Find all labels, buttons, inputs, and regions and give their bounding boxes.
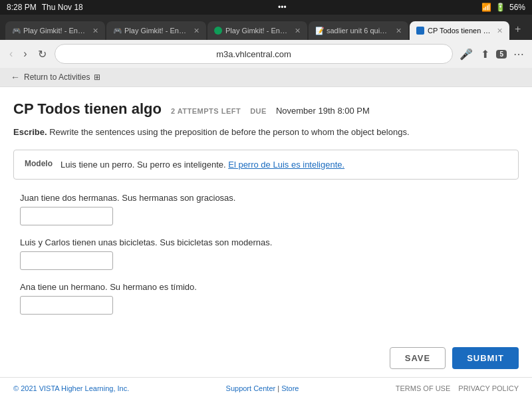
back-button[interactable]: ‹ (7, 47, 15, 61)
tab-4-favicon: 📝 (315, 27, 323, 35)
return-link[interactable]: Return to Activities (24, 72, 90, 82)
tab-4[interactable]: 📝 sadlier unit 6 quizle... ✕ (309, 21, 408, 40)
footer-center: Support Center | Store (226, 384, 299, 392)
dots-icon: ••• (278, 3, 287, 12)
save-button[interactable]: SAVE (390, 347, 446, 369)
tab-1[interactable]: 🎮 Play Gimkit! - Enter... ✕ (5, 21, 105, 40)
return-arrow-icon: ← (11, 72, 20, 82)
battery-percent: 56% (509, 3, 525, 12)
instructions: Escribe. Rewrite the sentences using the… (13, 126, 519, 139)
tab-5[interactable]: CP Todos tienen algo... ✕ (410, 21, 509, 40)
question-2-text: Luis y Carlos tienen unas bicicletas. Su… (20, 237, 519, 247)
microphone-icon[interactable]: 🎤 (458, 47, 474, 62)
question-item-2: Luis y Carlos tienen unas bicicletas. Su… (20, 237, 519, 270)
footer-copyright: © 2021 VISTA Higher Learning, Inc. (13, 384, 129, 392)
tab-5-close[interactable]: ✕ (497, 27, 503, 35)
modelo-content: Luis tiene un perro. Su perro es intelig… (61, 158, 344, 172)
attempts-badge: 2 ATTEMPTS LEFT (171, 107, 241, 115)
buttons-row: SAVE SUBMIT (0, 339, 532, 377)
status-bar: 8:28 PM Thu Nov 18 ••• 📶 🔋 56% (0, 0, 532, 15)
modelo-label: Modelo (25, 159, 53, 168)
browser-chrome: 🎮 Play Gimkit! - Enter... ✕ 🎮 Play Gimki… (0, 15, 532, 40)
modelo-answer: El perro de Luis es inteligente. (228, 160, 344, 170)
return-bar[interactable]: ← Return to Activities ⊞ (0, 68, 532, 87)
tab-2-label: Play Gimkit! - Enter... (124, 27, 188, 35)
tab-4-label: sadlier unit 6 quizle... (327, 27, 390, 35)
new-tab-button[interactable]: + (511, 23, 525, 35)
modelo-sentence: Luis tiene un perro. Su perro es intelig… (61, 160, 226, 170)
tab-2-close[interactable]: ✕ (194, 27, 200, 35)
tab-2-favicon: 🎮 (113, 27, 121, 35)
tabs-bar: 🎮 Play Gimkit! - Enter... ✕ 🎮 Play Gimki… (0, 15, 532, 40)
battery-icon: 🔋 (495, 3, 505, 12)
tab-1-close[interactable]: ✕ (92, 27, 98, 35)
tab-2[interactable]: 🎮 Play Gimkit! - Enter... ✕ (106, 21, 206, 40)
question-item-1: Juan tiene dos hermanas. Sus hermanas so… (20, 193, 519, 225)
privacy-policy-link[interactable]: PRIVACY POLICY (458, 384, 519, 392)
footer: © 2021 VISTA Higher Learning, Inc. Suppo… (0, 377, 532, 399)
terms-of-use-link[interactable]: TERMS OF USE (396, 384, 451, 392)
submit-button[interactable]: SUBMIT (452, 347, 519, 369)
questions-area: Juan tiene dos hermanas. Sus hermanas so… (13, 193, 519, 315)
due-date: November 19th 8:00 PM (276, 106, 370, 116)
tab-5-label: CP Todos tienen algo... (428, 27, 491, 35)
modelo-box: Modelo Luis tiene un perro. Su perro es … (13, 150, 519, 180)
tab-5-favicon (416, 27, 424, 35)
instructions-text: Rewrite the sentences using the preposit… (47, 127, 410, 137)
forward-button[interactable]: › (21, 47, 29, 61)
question-3-text: Ana tiene un hermano. Su hermano es tími… (20, 282, 519, 292)
wifi-icon: 📶 (481, 3, 491, 12)
question-3-input[interactable] (20, 296, 113, 315)
title-row: CP Todos tienen algo 2 ATTEMPTS LEFT DUE… (13, 100, 519, 118)
question-2-input[interactable] (20, 251, 113, 270)
return-expand-icon: ⊞ (94, 72, 100, 82)
support-center-link[interactable]: Support Center (226, 384, 276, 392)
question-1-text: Juan tiene dos hermanas. Sus hermanas so… (20, 193, 519, 203)
more-options-icon[interactable]: ⋯ (512, 47, 525, 62)
tab-3-label: Play Gimkit! - Enter... (225, 27, 289, 35)
question-1-input[interactable] (20, 207, 113, 225)
modelo-answer-link: El perro de Luis es inteligente. (228, 160, 344, 170)
tab-1-label: Play Gimkit! - Enter... (23, 27, 86, 35)
tab-3-close[interactable]: ✕ (295, 27, 301, 35)
page-title: CP Todos tienen algo (13, 100, 162, 118)
main-content: CP Todos tienen algo 2 ATTEMPTS LEFT DUE… (0, 87, 532, 339)
status-time: 8:28 PM (7, 3, 37, 12)
address-bar-icons: 🎤 ⬆ 5 ⋯ (458, 47, 525, 62)
instructions-bold: Escribe. (13, 127, 47, 137)
store-link[interactable]: Store (281, 384, 299, 392)
tab-4-close[interactable]: ✕ (396, 27, 402, 35)
copyright-text: © 2021 VISTA Higher Learning, Inc. (13, 384, 129, 392)
footer-right: TERMS OF USE PRIVACY POLICY (396, 384, 519, 392)
question-item-3: Ana tiene un hermano. Su hermano es tími… (20, 282, 519, 315)
tab-3-favicon (214, 27, 222, 35)
share-icon[interactable]: ⬆ (479, 47, 491, 62)
page-content: ← Return to Activities ⊞ CP Todos tienen… (0, 68, 532, 399)
due-label: DUE (250, 107, 267, 115)
reload-button[interactable]: ↻ (35, 47, 49, 62)
tabs-count[interactable]: 5 (496, 50, 507, 59)
status-day: Thu Nov 18 (42, 3, 83, 12)
address-bar-row: ‹ › ↻ 🎤 ⬆ 5 ⋯ (0, 40, 532, 68)
tab-3[interactable]: Play Gimkit! - Enter... ✕ (207, 21, 307, 40)
address-input[interactable] (55, 44, 454, 64)
tab-1-favicon: 🎮 (12, 27, 20, 35)
